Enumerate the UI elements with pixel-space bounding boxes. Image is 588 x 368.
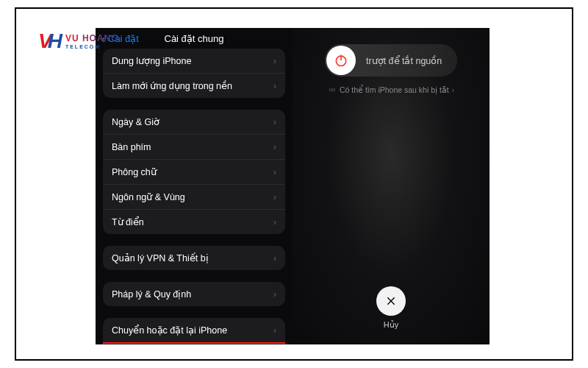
row-label: Phông chữ bbox=[112, 166, 157, 177]
phones-container: ‹ Cài đặt Cài đặt chung Dung lượng iPhon… bbox=[96, 28, 490, 344]
row-label: Làm mới ứng dụng trong nền bbox=[112, 80, 232, 91]
power-off-slider[interactable]: trượt để tắt nguồn bbox=[325, 44, 457, 77]
row-language-region[interactable]: Ngôn ngữ & Vùng › bbox=[103, 185, 285, 210]
settings-general-screen: ‹ Cài đặt Cài đặt chung Dung lượng iPhon… bbox=[96, 28, 293, 344]
settings-group-reset: Chuyển hoặc đặt lại iPhone › Tắt máy bbox=[103, 318, 285, 344]
nav-bar: ‹ Cài đặt Cài đặt chung bbox=[96, 28, 293, 49]
row-shut-down[interactable]: Tắt máy bbox=[103, 343, 285, 344]
row-vpn-device-management[interactable]: Quản lý VPN & Thiết bị › bbox=[103, 246, 285, 270]
cancel-area: Hủy bbox=[376, 286, 406, 330]
settings-scroll[interactable]: Dung lượng iPhone › Làm mới ứng dụng tro… bbox=[96, 49, 293, 344]
row-label: Bàn phím bbox=[112, 142, 151, 152]
close-icon bbox=[385, 295, 397, 307]
findmy-hint-label: Có thể tìm iPhone sau khi bị tắt bbox=[340, 85, 449, 94]
chevron-right-icon: › bbox=[273, 289, 276, 300]
watermark-brand: VU HOANG bbox=[65, 34, 119, 43]
row-label: Pháp lý & Quy định bbox=[112, 289, 191, 300]
chevron-right-icon: › bbox=[273, 191, 276, 202]
settings-group-locale: Ngày & Giờ › Bàn phím › Phông chữ › Ngôn… bbox=[103, 110, 285, 234]
chevron-right-icon: › bbox=[452, 86, 454, 94]
chevron-right-icon: › bbox=[273, 116, 276, 127]
power-off-slider-label: trượt để tắt nguồn bbox=[366, 55, 442, 66]
row-dictionary[interactable]: Từ điển › bbox=[103, 210, 285, 234]
row-date-time[interactable]: Ngày & Giờ › bbox=[103, 110, 285, 135]
nav-title: Cài đặt chung bbox=[165, 33, 224, 44]
row-transfer-reset[interactable]: Chuyển hoặc đặt lại iPhone › bbox=[103, 318, 285, 343]
row-label: Dung lượng iPhone bbox=[112, 55, 191, 66]
chevron-right-icon: › bbox=[273, 141, 276, 152]
cancel-button[interactable] bbox=[376, 286, 406, 316]
power-icon bbox=[334, 53, 348, 68]
chevron-right-icon: › bbox=[273, 252, 276, 263]
settings-group-legal: Pháp lý & Quy định › bbox=[103, 282, 285, 306]
chevron-right-icon: › bbox=[273, 325, 276, 336]
row-background-refresh[interactable]: Làm mới ứng dụng trong nền › bbox=[103, 74, 285, 98]
row-label: Ngày & Giờ bbox=[112, 116, 159, 127]
chevron-right-icon: › bbox=[273, 80, 276, 91]
watermark-sub: TELECOM bbox=[65, 44, 119, 49]
row-iphone-storage[interactable]: Dung lượng iPhone › bbox=[103, 49, 285, 74]
row-label: Từ điển bbox=[112, 216, 144, 227]
watermark-text: VU HOANG TELECOM bbox=[65, 34, 119, 49]
power-off-screen: trượt để tắt nguồn Có thể tìm iPhone sau… bbox=[293, 28, 490, 344]
settings-group-vpn: Quản lý VPN & Thiết bị › bbox=[103, 246, 285, 270]
row-fonts[interactable]: Phông chữ › bbox=[103, 160, 285, 185]
findmy-icon bbox=[328, 85, 337, 94]
settings-group-storage: Dung lượng iPhone › Làm mới ứng dụng tro… bbox=[103, 49, 285, 98]
svg-point-2 bbox=[331, 89, 333, 91]
power-off-knob[interactable] bbox=[326, 46, 356, 75]
chevron-right-icon: › bbox=[273, 55, 276, 66]
watermark-mark: V H bbox=[38, 29, 61, 53]
row-label: Chuyển hoặc đặt lại iPhone bbox=[112, 325, 227, 336]
row-label: Quản lý VPN & Thiết bị bbox=[112, 252, 209, 263]
chevron-right-icon: › bbox=[273, 216, 276, 227]
watermark-logo: V H VU HOANG TELECOM bbox=[38, 29, 119, 53]
findmy-hint[interactable]: Có thể tìm iPhone sau khi bị tắt › bbox=[328, 85, 454, 94]
row-legal[interactable]: Pháp lý & Quy định › bbox=[103, 282, 285, 306]
watermark-letter-h: H bbox=[48, 29, 61, 53]
chevron-right-icon: › bbox=[273, 166, 276, 177]
row-keyboard[interactable]: Bàn phím › bbox=[103, 135, 285, 160]
cancel-button-label: Hủy bbox=[384, 320, 398, 330]
outer-frame: V H VU HOANG TELECOM ‹ Cài đặt Cài đặt c… bbox=[15, 7, 573, 361]
row-label: Ngôn ngữ & Vùng bbox=[112, 191, 185, 202]
